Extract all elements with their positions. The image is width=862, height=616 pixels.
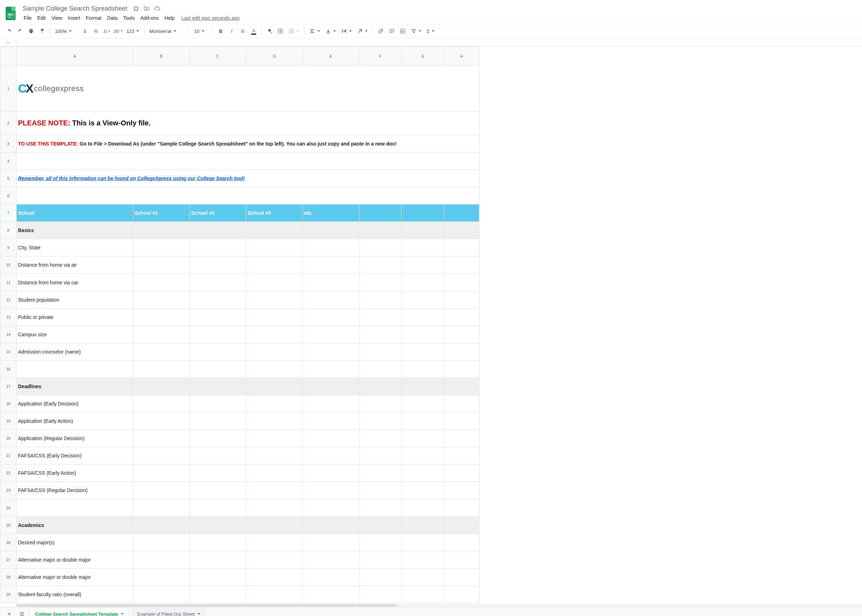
cell[interactable] bbox=[444, 360, 480, 377]
cell[interactable] bbox=[246, 447, 303, 465]
cell[interactable] bbox=[303, 343, 359, 360]
cell-note[interactable]: PLEASE NOTE: This is a View-Only file. bbox=[17, 111, 480, 135]
cell[interactable] bbox=[246, 360, 303, 377]
row-header[interactable]: 1 bbox=[0, 66, 17, 111]
cell[interactable] bbox=[190, 586, 246, 603]
cell[interactable] bbox=[246, 326, 303, 343]
cell[interactable] bbox=[303, 447, 359, 465]
cell[interactable] bbox=[359, 222, 402, 239]
cell[interactable] bbox=[246, 343, 303, 360]
cell[interactable] bbox=[190, 326, 246, 343]
cell[interactable] bbox=[190, 256, 246, 274]
cell[interactable]: Student population bbox=[17, 291, 133, 308]
menu-insert[interactable]: Insert bbox=[65, 14, 83, 22]
cell[interactable] bbox=[359, 482, 402, 499]
cell[interactable] bbox=[133, 395, 190, 413]
row-header[interactable]: 6 bbox=[0, 187, 17, 204]
cell[interactable] bbox=[359, 499, 402, 516]
cell[interactable] bbox=[133, 291, 190, 308]
cell[interactable] bbox=[190, 447, 246, 465]
scrollbar-thumb[interactable] bbox=[16, 604, 397, 607]
cell[interactable] bbox=[303, 395, 359, 413]
cell[interactable] bbox=[133, 256, 190, 274]
cell[interactable] bbox=[359, 239, 402, 256]
cell[interactable]: Alternative major or double major bbox=[17, 568, 133, 586]
cell[interactable] bbox=[402, 360, 444, 377]
cell[interactable]: Admission counselor (name) bbox=[17, 343, 133, 360]
number-format-select[interactable]: 123 bbox=[124, 26, 141, 36]
cell[interactable] bbox=[444, 413, 480, 430]
row-header[interactable]: 10 bbox=[0, 256, 17, 274]
cell[interactable] bbox=[444, 291, 480, 308]
cell[interactable] bbox=[133, 534, 190, 551]
cell[interactable] bbox=[190, 377, 246, 395]
cell[interactable] bbox=[190, 551, 246, 568]
cell[interactable]: Application (Early Action) bbox=[17, 413, 133, 430]
cell[interactable] bbox=[17, 187, 480, 204]
cell[interactable] bbox=[359, 256, 402, 274]
row-header[interactable]: 17 bbox=[0, 377, 17, 395]
cell[interactable] bbox=[190, 291, 246, 308]
row-header[interactable]: 8 bbox=[0, 222, 17, 239]
zoom-select[interactable]: 100% bbox=[53, 26, 74, 36]
all-sheets-button[interactable] bbox=[17, 609, 27, 616]
row-header[interactable]: 12 bbox=[0, 291, 17, 308]
cell[interactable] bbox=[444, 534, 480, 551]
cell[interactable] bbox=[303, 308, 359, 326]
header-cell[interactable]: School bbox=[17, 204, 133, 222]
cell-use-template[interactable]: TO USE THIS TEMPLATE: Go to File > Downl… bbox=[17, 135, 480, 152]
cell[interactable] bbox=[303, 499, 359, 516]
move-icon[interactable] bbox=[143, 5, 150, 12]
cell[interactable] bbox=[133, 447, 190, 465]
cell-link[interactable]: Remember, all of this information can be… bbox=[17, 170, 480, 187]
redo-button[interactable] bbox=[15, 26, 25, 36]
wrap-button[interactable] bbox=[339, 26, 354, 36]
cell[interactable]: Campus size bbox=[17, 326, 133, 343]
header-cell[interactable] bbox=[444, 204, 480, 222]
row-header[interactable]: 22 bbox=[0, 465, 17, 482]
cell[interactable] bbox=[444, 326, 480, 343]
cell[interactable] bbox=[444, 377, 480, 395]
cell-logo[interactable]: CX collegexpress bbox=[17, 66, 480, 111]
cell[interactable] bbox=[190, 499, 246, 516]
cell[interactable] bbox=[246, 222, 303, 239]
cell[interactable] bbox=[246, 430, 303, 447]
cell[interactable] bbox=[246, 308, 303, 326]
cell[interactable] bbox=[190, 360, 246, 377]
cell[interactable] bbox=[190, 516, 246, 534]
cell[interactable] bbox=[303, 326, 359, 343]
col-header[interactable]: H bbox=[444, 47, 480, 66]
menu-data[interactable]: Data bbox=[105, 14, 120, 22]
row-header[interactable]: 2 bbox=[0, 111, 17, 135]
print-button[interactable] bbox=[26, 26, 36, 36]
header-cell[interactable]: School #3 bbox=[246, 204, 303, 222]
cell[interactable] bbox=[303, 239, 359, 256]
cell[interactable] bbox=[133, 222, 190, 239]
menu-file[interactable]: File bbox=[21, 14, 34, 22]
undo-button[interactable] bbox=[4, 26, 14, 36]
cell[interactable] bbox=[190, 465, 246, 482]
row-header[interactable]: 5 bbox=[0, 170, 17, 187]
cell[interactable] bbox=[17, 360, 133, 377]
row-header[interactable]: 25 bbox=[0, 516, 17, 534]
col-header[interactable]: D bbox=[246, 47, 303, 66]
cell[interactable] bbox=[444, 465, 480, 482]
cell[interactable] bbox=[359, 274, 402, 291]
menu-help[interactable]: Help bbox=[162, 14, 177, 22]
cell[interactable] bbox=[246, 465, 303, 482]
row-header[interactable]: 9 bbox=[0, 239, 17, 256]
font-select[interactable]: Montserrat bbox=[147, 26, 186, 36]
cell[interactable] bbox=[402, 256, 444, 274]
cell[interactable] bbox=[303, 256, 359, 274]
cell[interactable] bbox=[444, 343, 480, 360]
cell[interactable] bbox=[359, 586, 402, 603]
cell[interactable] bbox=[402, 291, 444, 308]
cell[interactable] bbox=[359, 516, 402, 534]
header-cell[interactable] bbox=[402, 204, 444, 222]
cell[interactable] bbox=[444, 222, 480, 239]
cell[interactable] bbox=[133, 413, 190, 430]
row-header[interactable]: 18 bbox=[0, 395, 17, 413]
cell[interactable] bbox=[402, 239, 444, 256]
cell[interactable] bbox=[190, 274, 246, 291]
star-icon[interactable] bbox=[133, 5, 139, 12]
